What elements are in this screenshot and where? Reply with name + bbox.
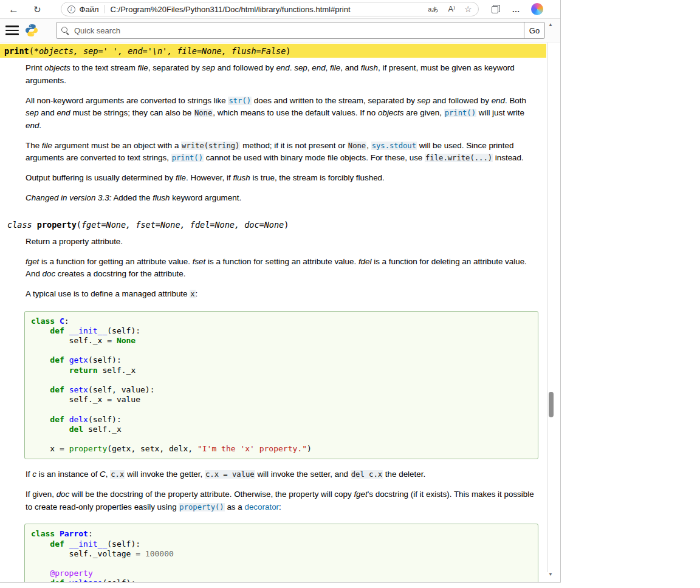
code-token: [112, 336, 117, 345]
inline-code: x: [190, 290, 195, 298]
scrollbar-track[interactable]: [547, 43, 548, 572]
code-token: ): [286, 46, 290, 56]
paragraph: Output buffering is usually determined b…: [26, 172, 538, 185]
code-token: [64, 385, 69, 394]
code-token: def: [50, 415, 64, 424]
inline-code-link[interactable]: sys.stdout: [371, 142, 417, 150]
code-token: (: [77, 220, 81, 230]
page-info-icon[interactable]: i: [67, 5, 75, 13]
menu-icon[interactable]: [5, 26, 19, 35]
code-token: property: [37, 220, 77, 230]
code-token: Parrot: [60, 529, 88, 538]
url-text: C:/Program%20Files/Python311/Doc/html/li…: [111, 5, 351, 14]
code-token: def: [50, 539, 64, 549]
paragraph: Return a property attribute.: [26, 236, 538, 248]
code-token: (: [29, 46, 34, 56]
inline-code-link[interactable]: str(): [228, 97, 252, 105]
inline-code-link[interactable]: property(): [179, 503, 224, 511]
search-bar: Go: [56, 22, 545, 39]
code-token: (self, value):: [88, 385, 155, 394]
code-token: [64, 539, 69, 549]
emphasis-text: end: [492, 96, 505, 105]
scrollbar-down-arrow[interactable]: ▼: [548, 572, 553, 577]
emphasis-text: sep: [26, 108, 39, 117]
emphasis-text: sep: [417, 96, 431, 105]
translate-icon[interactable]: аあ: [428, 6, 438, 13]
code-token: *objects, sep=' ', end='\n', file=None, …: [34, 46, 286, 56]
paragraph: The file argument must be an object with…: [26, 140, 538, 165]
emphasis-text: Changed in version 3.3:: [26, 193, 111, 202]
read-aloud-icon[interactable]: A⁾: [448, 5, 455, 13]
code-token: class: [7, 220, 37, 230]
scrollbar-up-arrow[interactable]: ▲: [548, 22, 553, 27]
code-token: __init__: [69, 539, 108, 549]
code-token: del: [69, 425, 83, 434]
emphasis-text: sep: [202, 63, 215, 72]
code-token: [31, 539, 50, 549]
paragraph: If given, doc will be the docstring of t…: [26, 488, 538, 513]
search-input[interactable]: [69, 26, 524, 35]
copilot-icon[interactable]: [531, 3, 543, 15]
code-token: (self):: [88, 355, 122, 364]
more-options-icon[interactable]: …: [512, 5, 521, 13]
code-token: (self):: [102, 578, 136, 583]
emphasis-text: end: [276, 63, 289, 72]
address-bar[interactable]: i Файл C:/Program%20Files/Python311/Doc/…: [61, 2, 479, 16]
text-link[interactable]: decorator: [244, 502, 279, 511]
emphasis-text: fget: [26, 257, 39, 266]
python-logo-icon[interactable]: [24, 23, 39, 38]
go-button[interactable]: Go: [524, 22, 544, 38]
inline-code: file.write(...): [425, 154, 493, 162]
code-token: self._x: [31, 336, 107, 345]
print-signature: print(*objects, sep=' ', end='\n', file=…: [0, 44, 546, 58]
code-token: :: [64, 316, 69, 326]
code-token: [31, 415, 50, 424]
code-token: 100000: [145, 549, 174, 558]
code-token: [140, 549, 145, 558]
inline-code: c.x: [110, 470, 125, 479]
code-token: None: [117, 336, 136, 345]
inline-code: c.x = value: [205, 470, 255, 479]
paragraph: All non-keyword arguments are converted …: [26, 95, 538, 132]
code-token: C: [60, 316, 64, 326]
code-token: class: [31, 529, 55, 538]
code-token: @property: [50, 569, 92, 578]
code-token: def: [50, 326, 64, 335]
code-token: [31, 425, 69, 434]
code-token: [64, 444, 69, 453]
code-token: "I'm the 'x' property.": [197, 444, 307, 453]
code-token: (self):: [107, 539, 140, 549]
emphasis-text: flush: [153, 193, 170, 202]
emphasis-text: end: [57, 108, 70, 117]
code-token: [55, 529, 60, 538]
inline-code-link[interactable]: print(): [444, 109, 476, 117]
code-token: ): [307, 444, 312, 453]
code-token: fget=None, fset=None, fdel=None, doc=Non…: [81, 220, 284, 230]
emphasis-text: file: [176, 173, 186, 182]
code-token: def: [50, 385, 64, 394]
emphasis-text: c: [32, 470, 36, 479]
inline-code-link[interactable]: print(): [171, 154, 204, 162]
code-token: class: [31, 316, 55, 326]
code-token: [31, 355, 50, 364]
inline-code: del c.x: [351, 470, 383, 479]
docs-nav-bar: Go: [0, 19, 560, 43]
inline-code: None: [348, 142, 366, 150]
collections-icon[interactable]: [491, 4, 501, 14]
code-token: def: [50, 578, 64, 583]
code-token: [64, 578, 69, 583]
scrollbar-thumb[interactable]: [549, 392, 554, 417]
paragraph: Print objects to the text stream file, s…: [26, 62, 538, 87]
back-icon[interactable]: ←: [9, 4, 19, 15]
favorite-star-icon[interactable]: ☆: [464, 5, 472, 13]
paragraph: fget is a function for getting an attrib…: [26, 256, 538, 281]
code-token: [31, 366, 69, 375]
code-token: [55, 316, 60, 326]
property-code-example: class C: def __init__(self): self._x = N…: [24, 311, 538, 460]
code-token: [31, 326, 50, 335]
code-token: [31, 578, 50, 583]
emphasis-text: fget: [354, 490, 367, 499]
code-token: x: [31, 444, 60, 453]
refresh-icon[interactable]: ↻: [33, 5, 41, 14]
emphasis-text: end: [312, 63, 325, 72]
